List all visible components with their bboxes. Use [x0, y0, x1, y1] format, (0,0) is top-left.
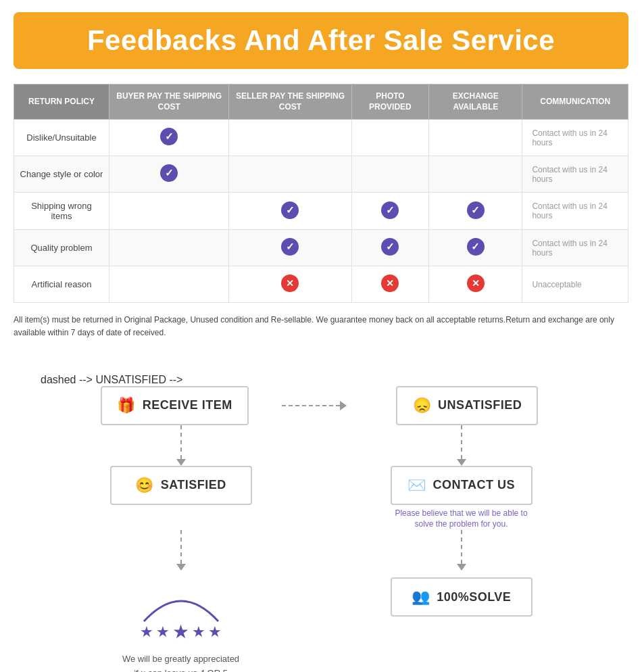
communication-cell: Contact with us in 24 hours — [522, 156, 628, 193]
exchange-cell — [429, 266, 522, 303]
buyer-pay-cell — [109, 156, 228, 193]
arrow-down-right — [461, 425, 462, 459]
seller-pay-cell — [229, 193, 351, 230]
photo-cell — [351, 156, 429, 193]
buyer-pay-cell — [109, 120, 228, 156]
table-row: Quality problem Contact with us in 24 ho… — [14, 230, 628, 266]
satisfied-label: SATISFIED — [161, 478, 226, 492]
exchange-cell — [429, 230, 522, 266]
arrow-down-left — [180, 425, 182, 459]
banner-title: Feedbacks And After Sale Service — [27, 24, 615, 57]
col-header-photo: PHOTO PROVIDED — [351, 85, 429, 120]
communication-cell: Unacceptable — [522, 266, 628, 303]
col-header-return-policy: RETURN POLICY — [14, 85, 109, 120]
star-3: ★ — [172, 621, 189, 643]
check-icon — [381, 238, 399, 256]
communication-cell: Contact with us in 24 hours — [522, 230, 628, 266]
table-row: Change style or color Contact with us in… — [14, 156, 628, 193]
policy-name: Shipping wrong items — [14, 193, 109, 230]
arrow-right-icon — [340, 401, 347, 410]
unsatisfied-label: UNSATISFIED — [438, 398, 522, 412]
col-header-seller-pay: SELLER PAY THE SHIPPING COST — [229, 85, 351, 120]
star-1: ★ — [140, 623, 153, 646]
return-policy-note: All item(s) must be returned in Original… — [14, 314, 628, 339]
solve-label: 100%SOLVE — [437, 590, 511, 604]
receive-item-box: 🎁 RECEIVE ITEM — [101, 386, 249, 425]
arrow-down-satisfied — [180, 530, 182, 564]
arrow-tip-down-left — [176, 459, 186, 466]
seller-pay-cell — [229, 230, 351, 266]
seller-pay-cell — [229, 266, 351, 303]
photo-cell — [351, 266, 429, 303]
policy-name: Change style or color — [14, 156, 109, 193]
check-icon — [160, 128, 178, 145]
table-row: Artificial reason Unacceptable — [14, 266, 628, 303]
table-row: Shipping wrong items Contact with us in … — [14, 193, 628, 230]
star-2: ★ — [156, 623, 170, 646]
stars-area: ★ ★ ★ ★ ★ We will be greatly appreciated… — [122, 577, 239, 672]
policy-name: Quality problem — [14, 230, 109, 266]
check-icon — [281, 201, 299, 219]
exchange-cell — [429, 156, 522, 193]
check-icon — [160, 164, 178, 182]
unsatisfied-box: 😞 UNSATISFIED — [396, 386, 538, 425]
return-policy-table-section: RETURN POLICY BUYER PAY THE SHIPPING COS… — [14, 84, 628, 303]
contact-us-box: ✉️ CONTACT US — [391, 466, 533, 505]
star-5: ★ — [208, 623, 222, 646]
cross-icon — [281, 274, 299, 292]
satisfied-icon: 😊 — [135, 477, 154, 494]
stars-caption: We will be greatly appreciatedif u can l… — [122, 652, 239, 672]
contact-us-label: CONTACT US — [433, 478, 515, 492]
policy-name: Dislike/Unsuitable — [14, 120, 109, 156]
mail-icon: ✉️ — [408, 477, 426, 494]
star-arc — [137, 577, 225, 625]
seller-pay-cell — [229, 120, 351, 156]
gift-icon: 🎁 — [117, 397, 136, 414]
cross-icon — [467, 274, 485, 292]
col-header-buyer-pay: BUYER PAY THE SHIPPING COST — [109, 85, 228, 120]
star-4: ★ — [192, 623, 205, 646]
arrow-down-contact — [461, 530, 462, 564]
photo-cell — [351, 120, 429, 156]
unsatisfied-icon: 😞 — [413, 397, 432, 414]
solve-box: 👥 100%SOLVE — [391, 577, 533, 617]
seller-pay-cell — [229, 156, 351, 193]
arrow-tip-down-right — [457, 459, 466, 466]
check-icon — [381, 201, 399, 219]
buyer-pay-cell — [109, 193, 228, 230]
col-header-communication: COMMUNICATION — [522, 85, 628, 120]
satisfied-box: 😊 SATISFIED — [110, 466, 252, 505]
solve-icon: 👥 — [412, 588, 430, 606]
photo-cell — [351, 193, 429, 230]
table-row: Dislike/Unsuitable Contact with us in 24… — [14, 120, 628, 156]
check-icon — [467, 238, 485, 256]
check-icon — [467, 201, 485, 219]
col-header-exchange: EXCHANGE AVAILABLE — [429, 85, 522, 120]
return-policy-table: RETURN POLICY BUYER PAY THE SHIPPING COS… — [14, 84, 628, 303]
buyer-pay-cell — [109, 266, 228, 303]
arrow-tip-down-contact — [457, 564, 466, 571]
arrow-tip-down-satisfied — [176, 564, 186, 571]
exchange-cell — [429, 193, 522, 230]
banner: Feedbacks And After Sale Service — [14, 12, 628, 69]
check-icon — [281, 238, 299, 256]
cross-icon — [381, 274, 399, 292]
communication-cell: Contact with us in 24 hours — [522, 193, 628, 230]
stars-row: ★ ★ ★ ★ ★ — [122, 623, 239, 646]
flow-diagram: dashed --> UNSATISFIED --> 🎁 RECEIVE ITE… — [14, 360, 628, 672]
communication-cell: Contact with us in 24 hours — [522, 120, 628, 156]
exchange-cell — [429, 120, 522, 156]
buyer-pay-cell — [109, 230, 228, 266]
photo-cell — [351, 230, 429, 266]
receive-item-label: RECEIVE ITEM — [143, 398, 232, 412]
contact-note: Please believe that we will be able to s… — [387, 508, 536, 531]
policy-name: Artificial reason — [14, 266, 109, 303]
